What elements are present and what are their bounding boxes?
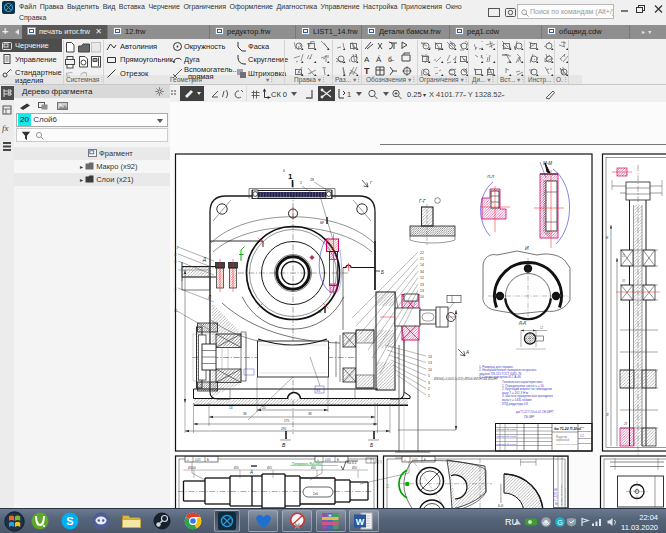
svg-text:б̶: б̶ [388,56,395,63]
svg-text:5: 5 [283,169,285,173]
svg-text:⟂: ⟂ [187,458,189,462]
svg-text:( /): ( /) [378,460,382,464]
svg-text:28: 28 [624,422,628,426]
svg-text:22: 22 [420,251,424,255]
svg-text:Д-Д: Д-Д [518,320,526,325]
svg-text:28: 28 [310,178,314,182]
svg-text:Изм Лист № докум.: Изм Лист № докум. [497,435,517,437]
svg-text:1-й: 1-й [386,484,390,488]
svg-text:A: A [364,55,370,64]
svg-text:25: 25 [622,254,626,258]
svg-text:5: 5 [428,374,430,378]
svg-text:6: 6 [175,253,177,257]
svg-text:Сборочный чертеж: Сборочный чертеж [556,443,578,446]
svg-text:Ø30k6: Ø30k6 [188,466,196,470]
svg-text:червячный: червячный [556,438,570,442]
svg-text:G: G [557,519,562,526]
svg-text:S: S [66,515,73,527]
svg-text:10: 10 [428,368,432,372]
svg-text:Ø30k6(+0,002/-0,013)·Ø35r6·Ø45: Ø30k6(+0,002/-0,013)·Ø35r6·Ø45H7/k6·Ø52H… [434,377,498,381]
svg-text:14: 14 [229,406,233,410]
svg-text:38: 38 [243,412,247,416]
svg-text:12: 12 [420,276,424,280]
svg-text:Á: Á [376,55,382,64]
svg-text:1: 1 [288,172,293,181]
svg-text:3: 3 [428,381,430,385]
svg-text:20: 20 [262,406,266,410]
svg-text:Б: Б [337,458,339,462]
svg-text:2х6: 2х6 [313,492,318,496]
svg-text:дм 71-22 П.10сб-01 СБ ЧЕРТ: дм 71-22 П.10сб-01 СБ ЧЕРТ [516,410,554,414]
svg-text:31: 31 [622,279,626,283]
svg-text:Б: Б [207,458,209,462]
svg-text:2: 2 [428,387,430,391]
svg-text:23: 23 [420,283,424,287]
svg-text:Изм Лист № докум.: Изм Лист № докум. [497,443,517,445]
svg-text:Г-Г: Г-Г [419,199,426,204]
svg-text:4: 4 [175,287,177,291]
svg-text:Колесо червячное: Колесо червячное [560,484,563,505]
svg-text:Б: Б [381,270,384,275]
svg-text:1:2: 1:2 [580,434,584,438]
svg-text:Л-Л: Л-Л [486,174,494,179]
svg-text:Ø45: Ø45 [267,466,272,470]
svg-text:А: А [465,350,469,355]
svg-text:Ø30: Ø30 [352,466,357,470]
svg-text:Б: Б [424,458,426,462]
svg-text:И: И [525,245,529,251]
svg-text:8: 8 [175,260,177,264]
svg-text:34: 34 [420,270,424,274]
svg-text:2: 2 [300,181,302,185]
svg-text:Ø40: Ø40 [311,466,316,470]
svg-text:0,05: 0,05 [195,458,201,462]
svg-text:1: 1 [428,394,430,398]
svg-text:Ø35: Ø35 [234,466,239,470]
svg-text:21: 21 [420,257,424,261]
svg-text:13: 13 [428,361,432,365]
svg-text:Редуктор: Редуктор [556,435,568,439]
svg-text:14: 14 [420,263,424,267]
svg-text:Изм Лист № докум.: Изм Лист № докум. [497,428,517,430]
svg-text:М: М [318,309,322,314]
svg-text:0,05: 0,05 [325,458,331,462]
svg-text:⟂: ⟂ [404,458,406,462]
svg-text:175: 175 [284,419,290,423]
svg-text:13: 13 [420,289,424,293]
svg-text:W: W [356,517,365,527]
svg-text:0,05: 0,05 [412,458,418,462]
svg-text:М: М [320,220,324,225]
svg-text:T: T [364,66,370,76]
svg-text:Полировать Ra0,080: Полировать Ra0,080 [292,462,321,466]
svg-text:38: 38 [308,412,312,416]
svg-text:дм 71-22 П.05: дм 71-22 П.05 [554,488,558,505]
svg-text:Сталь 40Х ГОСТ: Сталь 40Х ГОСТ [564,487,566,505]
svg-text:fx: fx [2,123,9,133]
svg-text:295: 295 [281,427,287,431]
svg-text:А: А [249,470,253,475]
svg-text:17: 17 [175,246,179,250]
svg-text:СБ.ЧЕР: СБ.ЧЕР [524,415,534,419]
svg-text:дм 71-22 П.10сб: дм 71-22 П.10сб [554,427,582,431]
svg-text:М-М: М-М [543,161,552,166]
svg-text:10: 10 [420,295,424,299]
svg-text:КПД редуктора 0,8: КПД редуктора 0,8 [502,402,528,406]
svg-text:14: 14 [428,355,432,359]
svg-text:Ra 6,3: Ra 6,3 [347,461,357,465]
